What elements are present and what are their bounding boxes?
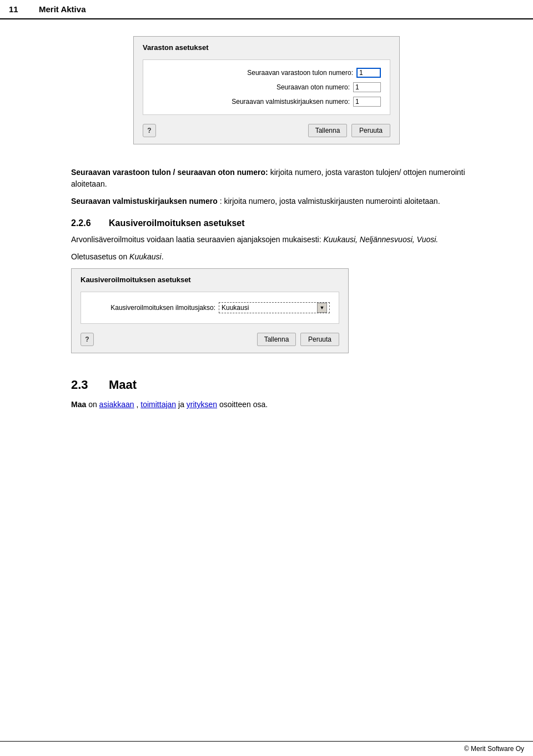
section226-para2-prefix: Oletusasetus on xyxy=(71,252,129,261)
section-226-heading: 2.2.6 Kausiveroilmoituksen asetukset xyxy=(33,218,500,228)
section23-link-toimittajan[interactable]: toimittajan xyxy=(140,400,176,409)
section-23-heading: 2.3 Maat xyxy=(33,378,500,392)
dialog2-save-button[interactable]: Tallenna xyxy=(257,333,296,346)
section226-para1: Arvonlisäveroilmoitus voidaan laatia seu… xyxy=(71,234,500,246)
section23-para-prefix: on xyxy=(88,400,99,409)
section23-para: Maa on asiakkaan , toimittajan ja yrityk… xyxy=(33,399,500,410)
dialog2-cancel-button[interactable]: Peruuta xyxy=(300,333,339,346)
dialog2-select-value: Kuukausi xyxy=(222,304,317,312)
dialog2-row-1: Kausiveroilmoituksen ilmoitusjakso: Kuuk… xyxy=(90,302,330,313)
para2: Seuraavan valmistuskirjauksen numero : k… xyxy=(33,196,500,207)
dialog1: Varaston asetukset Seuraavan varastoon t… xyxy=(133,36,400,144)
dialog1-row-2: Seuraavan oton numero: 1 xyxy=(152,82,381,92)
dialog1-help-button[interactable]: ? xyxy=(143,124,156,137)
section23-link-yrityksen[interactable]: yrityksen xyxy=(187,400,217,409)
section-23-num: 2.3 xyxy=(71,378,99,392)
dialog1-save-button[interactable]: Tallenna xyxy=(308,124,347,137)
section-226-content: Arvonlisäveroilmoitus voidaan laatia seu… xyxy=(33,234,500,364)
dialog1-label-2: Seuraavan oton numero: xyxy=(276,83,350,91)
section-226-num: 2.2.6 xyxy=(71,218,99,228)
section23-and: ja xyxy=(178,400,187,409)
dialog1-buttons: ? Tallenna Peruuta xyxy=(143,122,390,137)
dialog1-cancel-button[interactable]: Peruuta xyxy=(351,124,390,137)
footer-text: © Merit Software Oy xyxy=(464,745,524,753)
section23-para-suffix: osoitteen osa. xyxy=(219,400,268,409)
dialog1-row-3: Seuraavan valmistuskirjauksen numero: 1 xyxy=(152,97,381,107)
para2-rest: : kirjoita numero, josta valmistuskirjau… xyxy=(220,197,440,206)
dialog1-content: Seuraavan varastoon tulon numero: Seuraa… xyxy=(143,59,390,115)
page-header: 11 Merit Aktiva xyxy=(0,0,533,19)
section23-maa-bold: Maa xyxy=(71,400,86,409)
dialog1-label-3: Seuraavan valmistuskirjauksen numero: xyxy=(232,98,350,106)
header-title: Merit Aktiva xyxy=(39,4,86,14)
section226-para2: Oletusasetus on Kuukausi. xyxy=(71,251,500,263)
section226-para2-italic: Kuukausi xyxy=(129,252,162,261)
dialog2-dropdown-arrow[interactable]: ▼ xyxy=(317,303,327,313)
dialog2-label-1: Kausiveroilmoituksen ilmoitusjakso: xyxy=(110,304,215,312)
section-226-title: Kausiveroilmoituksen asetukset xyxy=(109,218,245,228)
page-footer: © Merit Software Oy xyxy=(0,741,533,756)
para1: Seuraavan varastoon tulon / seuraavan ot… xyxy=(33,167,500,190)
dialog1-input-1[interactable] xyxy=(356,68,381,78)
main-content: Varaston asetukset Seuraavan varastoon t… xyxy=(0,19,533,427)
dialog2: Kausiveroilmoituksen asetukset Kausivero… xyxy=(71,268,349,353)
dialog2-buttons: ? Tallenna Peruuta xyxy=(81,331,339,346)
dialog2-select[interactable]: Kuukausi ▼ xyxy=(219,302,330,313)
dialog1-row-1: Seuraavan varastoon tulon numero: xyxy=(152,68,381,78)
dialog1-label-1: Seuraavan varastoon tulon numero: xyxy=(247,69,353,77)
dialog2-content: Kausiveroilmoituksen ilmoitusjakso: Kuuk… xyxy=(81,292,339,324)
para1-bold: Seuraavan varastoon tulon / seuraavan ot… xyxy=(71,168,268,177)
section23-link-asiakkaan[interactable]: asiakkaan xyxy=(99,400,134,409)
section226-para1-italic: Kuukausi, Neljännesvuosi, Vuosi. xyxy=(323,235,438,244)
dialog2-wrapper: Kausiveroilmoituksen asetukset Kausivero… xyxy=(71,268,500,364)
para2-bold: Seuraavan valmistuskirjauksen numero xyxy=(71,197,218,206)
section226-para1-text: Arvonlisäveroilmoitus voidaan laatia seu… xyxy=(71,235,323,244)
section-23-title: Maat xyxy=(109,378,137,392)
dialog1-wrapper: Varaston asetukset Seuraavan varastoon t… xyxy=(33,36,500,156)
dialog2-help-button[interactable]: ? xyxy=(81,333,94,346)
section226-para2-suffix: . xyxy=(162,252,164,261)
page-number: 11 xyxy=(9,4,26,14)
dialog1-input-2[interactable]: 1 xyxy=(353,82,381,92)
dialog1-input-3[interactable]: 1 xyxy=(353,97,381,107)
dialog1-title: Varaston asetukset xyxy=(143,43,390,52)
dialog2-title: Kausiveroilmoituksen asetukset xyxy=(81,276,339,284)
